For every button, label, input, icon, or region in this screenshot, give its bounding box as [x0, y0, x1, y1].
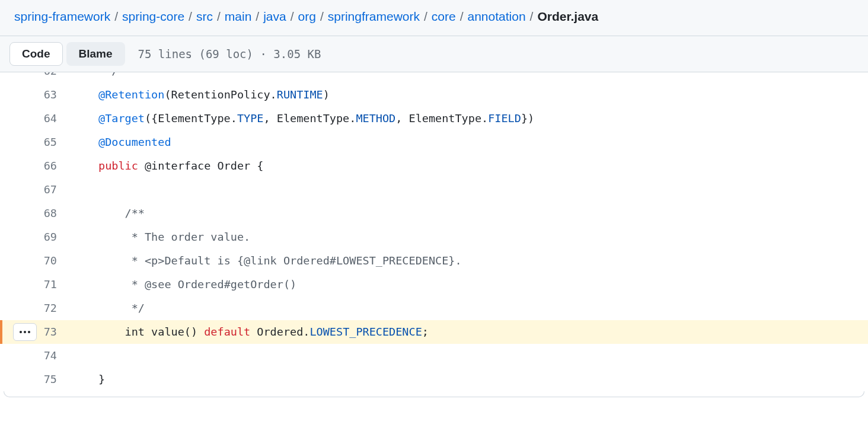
code-content: * @see Ordered#getOrder()	[70, 273, 868, 296]
code-content: * <p>Default is {@link Ordered#LOWEST_PR…	[70, 249, 868, 273]
breadcrumb-header: spring-framework/spring-core/src/main/ja…	[0, 0, 868, 36]
code-content: int value() default Ordered.LOWEST_PRECE…	[70, 320, 868, 344]
code-line: 68 /**	[0, 202, 868, 225]
code-line: 69 * The order value.	[0, 225, 868, 249]
breadcrumb-separator: /	[189, 9, 192, 24]
breadcrumb-separator: /	[424, 9, 427, 24]
line-number[interactable]: 67	[0, 178, 70, 202]
breadcrumb-link[interactable]: spring-core	[122, 9, 184, 24]
code-line: 72 */	[0, 296, 868, 320]
breadcrumb-link[interactable]: org	[298, 9, 316, 24]
code-content: /**	[70, 202, 868, 225]
code-line: 62 */	[0, 72, 868, 83]
breadcrumb-separator: /	[256, 9, 259, 24]
breadcrumb-link[interactable]: annotation	[468, 9, 526, 24]
breadcrumb-link[interactable]: springframework	[328, 9, 420, 24]
code-line: 64@Target({ElementType.TYPE, ElementType…	[0, 107, 868, 130]
breadcrumb-separator: /	[114, 9, 118, 24]
breadcrumb-separator: /	[530, 9, 534, 24]
blame-tab[interactable]: Blame	[66, 42, 125, 66]
code-content: public @interface Order {	[70, 154, 868, 178]
line-number[interactable]: 66	[0, 154, 70, 178]
code-line: 75}	[0, 368, 868, 391]
code-line: 65@Documented	[0, 130, 868, 154]
breadcrumb-link[interactable]: spring-framework	[14, 9, 110, 24]
code-tab[interactable]: Code	[9, 42, 63, 66]
code-line: 70 * <p>Default is {@link Ordered#LOWEST…	[0, 249, 868, 273]
code-line: 74	[0, 344, 868, 368]
breadcrumb-current: Order.java	[537, 9, 598, 24]
line-number[interactable]: 74	[0, 344, 70, 368]
code-content: @Documented	[70, 130, 868, 154]
line-number[interactable]: 70	[0, 249, 70, 273]
breadcrumb-separator: /	[320, 9, 324, 24]
line-number[interactable]: 64	[0, 107, 70, 130]
line-number[interactable]: 75	[0, 368, 70, 391]
code-content	[70, 344, 868, 368]
code-line: 66public @interface Order {	[0, 154, 868, 178]
view-switcher: Code Blame	[9, 42, 125, 66]
code-area: 62 */63@Retention(RetentionPolicy.RUNTIM…	[0, 72, 868, 391]
line-number[interactable]: 63	[0, 83, 70, 107]
ellipsis-icon	[20, 331, 30, 333]
file-meta: 75 lines (69 loc) · 3.05 KB	[138, 47, 321, 60]
code-content	[70, 178, 868, 202]
line-actions-button[interactable]	[13, 323, 37, 341]
code-line: 63@Retention(RetentionPolicy.RUNTIME)	[0, 83, 868, 107]
line-number[interactable]: 68	[0, 202, 70, 225]
breadcrumb-separator: /	[460, 9, 464, 24]
code-line: 67	[0, 178, 868, 202]
line-number[interactable]: 65	[0, 130, 70, 154]
code-line: 71 * @see Ordered#getOrder()	[0, 273, 868, 296]
code-content: */	[70, 296, 868, 320]
breadcrumb-separator: /	[217, 9, 221, 24]
line-number[interactable]: 72	[0, 296, 70, 320]
highlight-indicator	[0, 320, 2, 344]
line-number[interactable]: 71	[0, 273, 70, 296]
breadcrumb: spring-framework/spring-core/src/main/ja…	[14, 9, 854, 24]
breadcrumb-separator: /	[291, 9, 294, 24]
code-content: @Retention(RetentionPolicy.RUNTIME)	[70, 83, 868, 107]
code-content: * The order value.	[70, 225, 868, 249]
breadcrumb-link[interactable]: src	[196, 9, 213, 24]
code-line: 73 int value() default Ordered.LOWEST_PR…	[0, 320, 868, 344]
panel-border-bottom	[4, 391, 864, 397]
line-number[interactable]: 69	[0, 225, 70, 249]
breadcrumb-link[interactable]: java	[263, 9, 286, 24]
code-content: @Target({ElementType.TYPE, ElementType.M…	[70, 107, 868, 130]
breadcrumb-link[interactable]: core	[432, 9, 456, 24]
breadcrumb-link[interactable]: main	[225, 9, 252, 24]
file-toolbar: Code Blame 75 lines (69 loc) · 3.05 KB	[0, 36, 868, 72]
code-content: }	[70, 368, 868, 391]
